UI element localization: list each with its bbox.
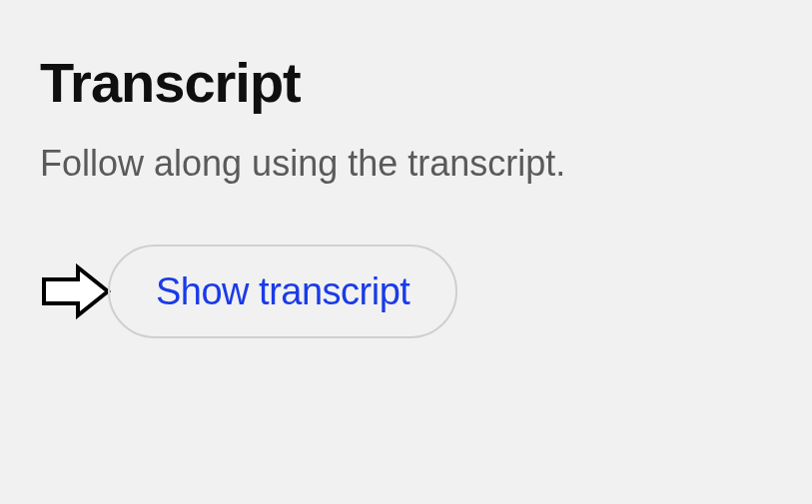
show-transcript-button[interactable]: Show transcript [108, 245, 457, 338]
pointer-arrow-icon [40, 263, 112, 319]
transcript-section-subtitle: Follow along using the transcript. [40, 143, 812, 185]
transcript-section-title: Transcript [40, 50, 812, 115]
transcript-button-row: Show transcript [40, 245, 812, 338]
show-transcript-button-label: Show transcript [156, 270, 409, 313]
